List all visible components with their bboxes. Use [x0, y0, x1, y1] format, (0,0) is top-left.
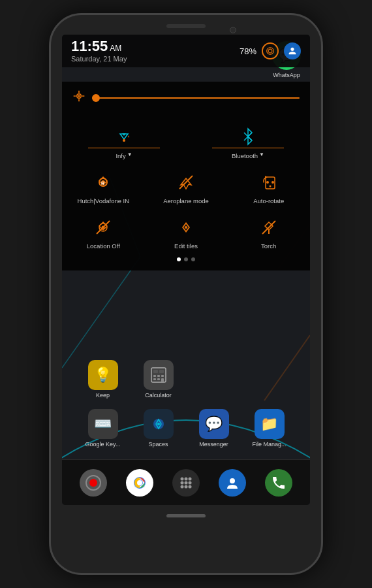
qs-bluetooth[interactable]: Bluetooth ▼: [186, 116, 310, 163]
svg-rect-52: [161, 378, 164, 382]
filemanager-label: File Manag...: [247, 441, 292, 448]
contacts-icon[interactable]: [219, 469, 246, 497]
svg-rect-45: [153, 370, 158, 373]
qs-row-3: Location Off Edit tiles: [62, 208, 310, 253]
edittiles-label: Edit tiles: [174, 242, 198, 250]
time-block: 11:55AM Saturday, 21 May: [71, 39, 240, 63]
dock-phone[interactable]: [265, 469, 292, 497]
dots-indicator: [62, 253, 310, 265]
app-messenger[interactable]: 💬 Messenger: [191, 409, 237, 448]
svg-point-65: [180, 481, 183, 484]
app-rows: 💡 Keep: [62, 348, 310, 459]
svg-point-55: [157, 423, 160, 425]
dock-chrome[interactable]: [126, 469, 153, 497]
svg-rect-48: [157, 375, 160, 377]
svg-marker-14: [122, 133, 126, 136]
wifi-separator: [88, 148, 159, 148]
bt-label: Bluetooth: [232, 152, 258, 159]
autorotate-label: Auto-rotate: [253, 197, 284, 204]
qs-wifi[interactable]: Infy ▼: [62, 116, 186, 163]
svg-marker-17: [128, 135, 129, 138]
svg-point-62: [180, 477, 183, 480]
airplane-icon: [176, 172, 196, 193]
clock: 11:55AM: [71, 39, 240, 54]
quick-settings-section: Infy ▼: [62, 111, 310, 270]
wifi-dropdown-arrow: ▼: [127, 152, 132, 157]
qs-location[interactable]: Location Off: [62, 208, 145, 253]
svg-text:R: R: [101, 181, 104, 186]
dot-3: [191, 257, 195, 261]
brightness-track[interactable]: [92, 97, 300, 99]
calculator-label: Calculator: [136, 392, 181, 399]
ampm-value: AM: [110, 44, 121, 53]
spaces-label: Spaces: [136, 441, 181, 448]
account-icon[interactable]: [284, 42, 301, 59]
app-calculator[interactable]: Calculator: [136, 360, 181, 399]
qs-edittiles[interactable]: Edit tiles: [145, 208, 228, 253]
svg-rect-46: [159, 370, 164, 373]
torch-icon: [258, 217, 279, 238]
time-value: 11:55: [71, 38, 108, 54]
messenger-icon[interactable]: 💬: [199, 409, 229, 439]
spaces-icon[interactable]: [144, 409, 174, 439]
screen-recorder-icon[interactable]: [80, 469, 107, 497]
wifi-label: Infy: [116, 152, 125, 159]
app-spaces[interactable]: Spaces: [136, 409, 181, 448]
phone-svg: [271, 475, 287, 491]
settings-icon[interactable]: [262, 42, 279, 59]
recorder-svg: [85, 474, 102, 491]
app-row-2: ⌨️ Google Key... Spaces: [62, 404, 310, 453]
dock-app-drawer[interactable]: [172, 469, 200, 497]
app-keep[interactable]: 💡 Keep: [80, 360, 126, 399]
app-filemanager[interactable]: 📁 File Manag...: [247, 409, 292, 448]
wifi-icon-wrap: [112, 123, 136, 148]
qs-row-2: R Hutch|Vodafone IN: [62, 163, 310, 208]
autorotate-icon: [258, 172, 279, 193]
svg-point-67: [188, 481, 191, 484]
date-value: Saturday, 21 May: [71, 55, 240, 63]
qs-autorotate[interactable]: Auto-rotate: [227, 163, 310, 208]
svg-point-63: [184, 477, 187, 480]
app-gboard[interactable]: ⌨️ Google Key...: [80, 409, 126, 448]
qs-airplane[interactable]: Aeroplane mode: [145, 163, 228, 208]
svg-rect-50: [153, 378, 156, 380]
calculator-icon[interactable]: [144, 360, 174, 390]
battery-percentage: 78%: [240, 46, 256, 56]
location-icon-wrap: [91, 215, 116, 240]
spaces-svg: [149, 415, 168, 433]
gboard-icon[interactable]: ⌨️: [88, 409, 118, 439]
phone-screen: 11:55AM Saturday, 21 May 78%: [62, 35, 310, 505]
location-label: Location Off: [87, 242, 120, 250]
dock-contacts[interactable]: [219, 469, 246, 497]
svg-point-61: [137, 480, 142, 485]
notification-panel: Infy ▼: [62, 82, 310, 270]
location-icon: [93, 217, 114, 238]
chrome-icon[interactable]: [126, 469, 153, 497]
bt-separator: [212, 148, 283, 148]
edittiles-icon: [176, 217, 196, 238]
qs-signal[interactable]: R Hutch|Vodafone IN: [62, 163, 145, 208]
svg-point-68: [180, 485, 183, 488]
dot-1: [177, 257, 181, 261]
svg-point-64: [188, 477, 191, 480]
bluetooth-icon: [238, 125, 258, 146]
home-bar[interactable]: [166, 514, 206, 517]
keep-icon[interactable]: 💡: [88, 360, 118, 390]
whatsapp-label: WhatsApp: [272, 72, 301, 78]
brightness-thumb[interactable]: [92, 94, 100, 102]
filemanager-icon[interactable]: 📁: [255, 409, 285, 439]
qs-torch[interactable]: Torch: [227, 208, 310, 253]
bt-label-area: Bluetooth ▼: [232, 150, 264, 159]
qs-row-1: Infy ▼: [62, 116, 310, 163]
svg-point-27: [266, 181, 269, 184]
gboard-label: Google Key...: [80, 441, 126, 448]
autorotate-icon-wrap: [256, 170, 281, 195]
wifi-label-area: Infy ▼: [116, 150, 132, 159]
edittiles-icon-wrap: [174, 215, 198, 240]
brightness-slider-area[interactable]: [62, 82, 310, 111]
signal-label: Hutch|Vodafone IN: [78, 197, 130, 204]
svg-point-36: [185, 226, 187, 229]
dock-screen-recorder[interactable]: [80, 469, 107, 497]
app-drawer-icon[interactable]: [172, 469, 200, 497]
phone-icon[interactable]: [265, 469, 292, 497]
